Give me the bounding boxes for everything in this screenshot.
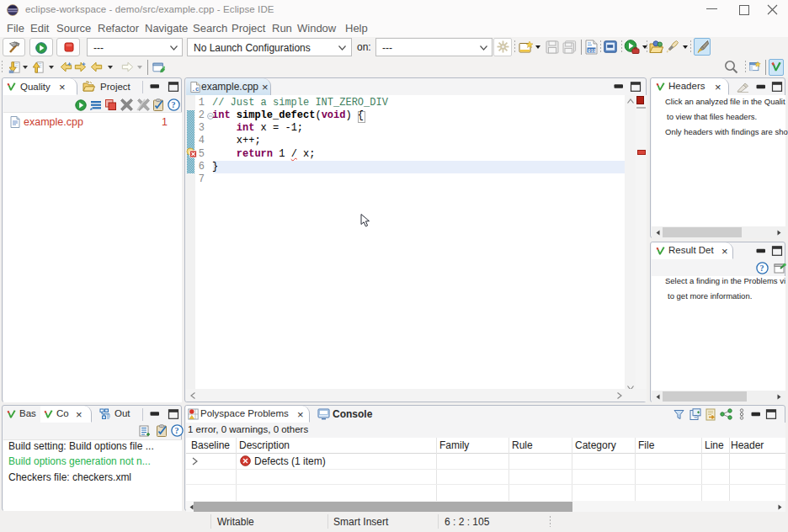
svg-text:010: 010	[588, 48, 596, 54]
svg-text:?: ?	[175, 426, 179, 435]
svg-text:.c: .c	[192, 86, 200, 93]
svg-text:?: ?	[760, 263, 764, 273]
svg-text:?: ?	[172, 100, 176, 109]
